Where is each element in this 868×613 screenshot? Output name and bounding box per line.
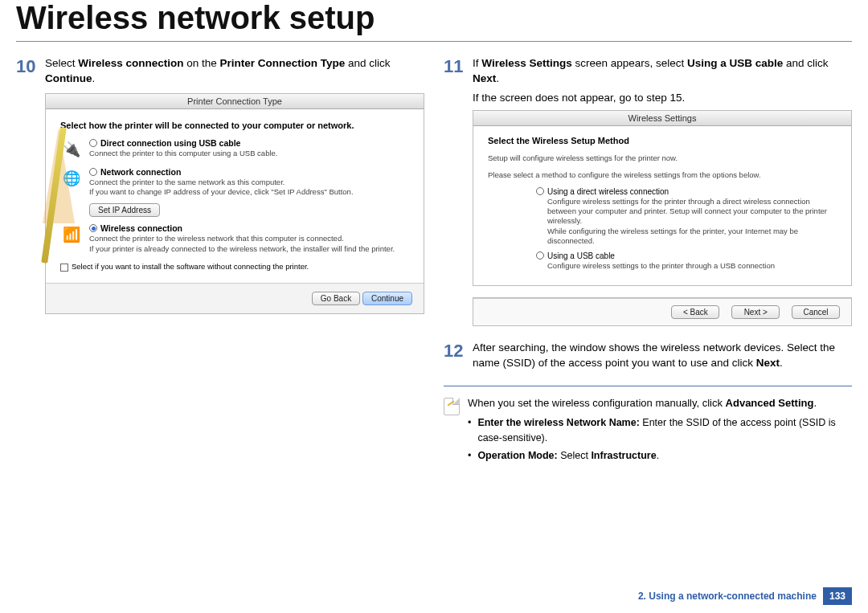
t: Advanced Setting — [726, 397, 814, 409]
radio-network[interactable] — [89, 168, 97, 176]
t: Using a USB cable — [687, 57, 783, 69]
step-10-text: Select Wireless connection on the Printe… — [45, 55, 424, 87]
tip-box: When you set the wireless configuration … — [444, 396, 852, 466]
option-usb[interactable]: 🔌 Direct connection using USB cable Conn… — [60, 138, 409, 161]
radio-wireless[interactable] — [89, 224, 97, 232]
t: . — [92, 72, 96, 84]
option-direct-wireless[interactable]: Using a direct wireless connection Confi… — [536, 187, 837, 247]
step-11-text: If Wireless Settings screen appears, sel… — [473, 55, 852, 87]
t: Printer Connection Type — [220, 57, 346, 69]
right-column: 11 If Wireless Settings screen appears, … — [444, 55, 852, 466]
step-10-number: 10 — [16, 55, 45, 87]
cancel-button[interactable]: Cancel — [792, 305, 840, 319]
step-11-note: If the screen does not appear, go to ste… — [473, 92, 852, 104]
dialog-title: Printer Connection Type — [46, 94, 424, 109]
label: Wireless connection — [100, 223, 182, 233]
step-12-text: After searching, the window shows the wi… — [473, 339, 852, 371]
step-11-number: 11 — [444, 55, 473, 87]
step-11: 11 If Wireless Settings screen appears, … — [444, 55, 852, 87]
title-rule — [16, 41, 852, 42]
left-column: 10 Select Wireless connection on the Pri… — [16, 55, 424, 466]
label: Using a USB cable — [547, 251, 615, 260]
tip-bullet-2: •Operation Mode: Select Infrastructure. — [468, 448, 852, 463]
t: Enter the wireless Network Name: — [477, 417, 639, 428]
step-12: 12 After searching, the window shows the… — [444, 339, 852, 371]
t: Wireless Settings — [481, 57, 571, 69]
radio-direct[interactable] — [536, 187, 544, 195]
t: Infrastructure — [591, 450, 656, 461]
t: If — [473, 57, 481, 69]
desc: Connect the printer to the same network … — [89, 178, 409, 198]
t: . — [657, 450, 659, 461]
t: Next — [756, 357, 780, 369]
desc: Connect the printer to the wireless netw… — [89, 234, 409, 254]
label: Network connection — [100, 167, 181, 177]
page-footer: 2. Using a network-connected machine 133 — [16, 587, 852, 605]
t: and click — [783, 57, 828, 69]
dialog-heading: Select the Wireless Setup Method — [488, 136, 837, 145]
back-button[interactable]: < Back — [671, 305, 719, 319]
step-12-number: 12 — [444, 339, 473, 371]
desc: Connect the printer to this computer usi… — [89, 149, 409, 158]
screenshot-wireless-settings: Wireless Settings Select the Wireless Se… — [473, 110, 852, 286]
go-back-button[interactable]: Go Back — [312, 292, 360, 305]
dialog-heading: Select how the printer will be connected… — [60, 121, 409, 130]
step-10: 10 Select Wireless connection on the Pri… — [16, 55, 424, 87]
set-ip-button[interactable]: Set IP Address — [89, 203, 160, 217]
desc: Configure wireless settings for the prin… — [547, 197, 837, 247]
desc: Configure wireless settings to the print… — [547, 261, 837, 271]
t: Operation Mode: — [477, 450, 557, 461]
option-wireless[interactable]: 📶 Wireless connection Connect the printe… — [60, 223, 409, 254]
t: Next — [473, 72, 496, 84]
note-icon — [444, 398, 460, 415]
label: Using a direct wireless connection — [547, 187, 669, 196]
option-network[interactable]: 🌐 Network connection Connect the printer… — [60, 167, 409, 198]
next-button[interactable]: Next > — [731, 305, 780, 319]
option-usb-cable[interactable]: Using a USB cable Configure wireless set… — [536, 251, 837, 271]
t: When you set the wireless configuration … — [468, 397, 726, 409]
screenshot-printer-connection: Printer Connection Type Select how the p… — [45, 93, 424, 314]
section-rule — [444, 386, 852, 386]
wifi-icon: 📶 — [60, 223, 83, 246]
usb-icon: 🔌 — [60, 138, 83, 161]
t: . — [780, 357, 783, 369]
tip-line1: When you set the wireless configuration … — [468, 396, 852, 411]
tip-bullet-1: •Enter the wireless Network Name: Enter … — [468, 415, 852, 444]
t: . — [813, 397, 817, 409]
dialog-title: Wireless Settings — [473, 111, 851, 126]
label: Direct connection using USB cable — [100, 138, 240, 148]
dialog-sub2: Please select a method to configure the … — [488, 170, 837, 179]
radio-usb[interactable] — [89, 139, 97, 147]
page-title: Wireless network setup — [0, 0, 868, 41]
chapter-label: 2. Using a network-connected machine — [638, 591, 817, 602]
t: Wireless connection — [78, 57, 183, 69]
continue-button[interactable]: Continue — [362, 292, 412, 305]
radio-usb-cable[interactable] — [536, 251, 544, 260]
screenshot-wireless-footer: < Back Next > Cancel — [473, 297, 852, 326]
t: Select — [558, 450, 592, 461]
t: Select — [45, 57, 78, 69]
checkbox-no-printer[interactable] — [60, 264, 68, 272]
globe-icon: 🌐 — [60, 167, 83, 190]
t: screen appears, select — [572, 57, 687, 69]
dialog-sub1: Setup will configure wireless settings f… — [488, 153, 837, 162]
t: . — [496, 72, 499, 84]
page-number: 133 — [823, 587, 852, 605]
install-without-printer-row[interactable]: Select if you want to install the softwa… — [60, 262, 409, 271]
t: on the — [183, 57, 219, 69]
t: Continue — [45, 72, 92, 84]
label: Select if you want to install the softwa… — [72, 262, 309, 271]
t: and click — [345, 57, 390, 69]
